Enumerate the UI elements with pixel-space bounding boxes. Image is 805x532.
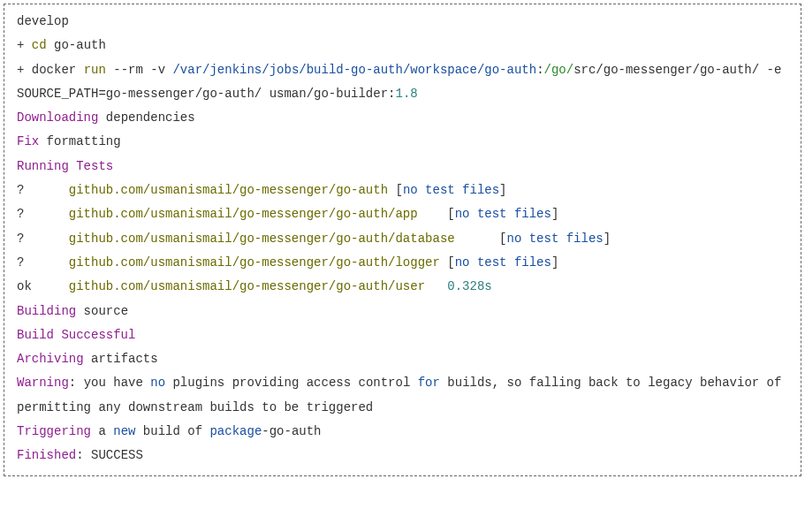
triggering-text: -go-auth (262, 424, 321, 438)
warning-colon: : (69, 376, 84, 390)
test-pkg: github.com/usmanismail/go-messenger/go-a… (69, 255, 447, 270)
test-status: ? (17, 207, 69, 221)
test-msg: no test files (507, 232, 604, 246)
test-msg: no test files (403, 183, 499, 197)
warning-for: for (418, 376, 440, 390)
test-time: 0.328s (447, 279, 491, 293)
building-text: source (76, 304, 128, 318)
downloading-text: dependencies (98, 110, 194, 125)
running-tests: Running Tests (17, 159, 113, 173)
branch-line: develop (17, 14, 69, 28)
fix-text: formatting (39, 134, 120, 148)
warning-text: plugins providing access control (165, 376, 418, 390)
test-pkg: github.com/usmanismail/go-messenger/go-a… (69, 183, 396, 197)
test-msg: no test files (455, 207, 551, 221)
warning-no: no (150, 376, 165, 390)
triggering-keyword: Triggering (17, 424, 91, 438)
cmd-run: run (84, 63, 114, 77)
archiving-text: artifacts (84, 352, 158, 366)
bracket: ] (499, 183, 506, 197)
finished-text: : SUCCESS (76, 448, 143, 462)
cmd-colon: : (536, 63, 543, 77)
building-keyword: Building (17, 304, 76, 318)
cmd-plus: + (17, 63, 32, 77)
fix-keyword: Fix (17, 134, 39, 148)
cmd-docker: docker (32, 63, 84, 77)
bracket: [ (447, 207, 454, 221)
build-successful: Build Successful (17, 328, 135, 342)
test-pkg: github.com/usmanismail/go-messenger/go-a… (69, 207, 447, 221)
cmd-version: 1.8 (395, 87, 417, 101)
bracket: [ (395, 183, 402, 197)
warning-keyword: Warning (17, 376, 69, 390)
cmd-container-path: /go/ (544, 63, 574, 77)
test-status: ? (17, 232, 69, 246)
downloading-keyword: Downloading (17, 110, 98, 125)
cmd-cd: cd (32, 38, 47, 52)
archiving-keyword: Archiving (17, 352, 84, 366)
bracket: [ (447, 255, 454, 270)
test-status-ok: ok (17, 279, 69, 293)
test-pkg: github.com/usmanismail/go-messenger/go-a… (69, 232, 499, 246)
cmd-cd-arg: go-auth (47, 38, 106, 52)
cmd-flags: --rm -v (113, 63, 172, 77)
triggering-package: package (209, 424, 262, 438)
cmd-host-path: /var/jenkins/jobs/build-go-auth/workspac… (172, 63, 536, 77)
test-status: ? (17, 183, 69, 197)
bracket: ] (604, 232, 611, 246)
triggering-text: build of (135, 424, 209, 438)
test-msg: no test files (455, 255, 551, 270)
console-output: develop + cd go-auth + docker run --rm -… (4, 4, 801, 476)
bracket: [ (499, 232, 506, 246)
triggering-new: new (113, 424, 135, 438)
test-pkg: github.com/usmanismail/go-messenger/go-a… (69, 279, 447, 293)
test-status: ? (17, 255, 69, 270)
warning-text: you have (84, 376, 151, 390)
bracket: ] (551, 255, 558, 270)
triggering-text: a (91, 424, 113, 438)
finished-keyword: Finished (17, 448, 76, 462)
cmd-plus: + (17, 38, 32, 52)
bracket: ] (551, 207, 558, 221)
